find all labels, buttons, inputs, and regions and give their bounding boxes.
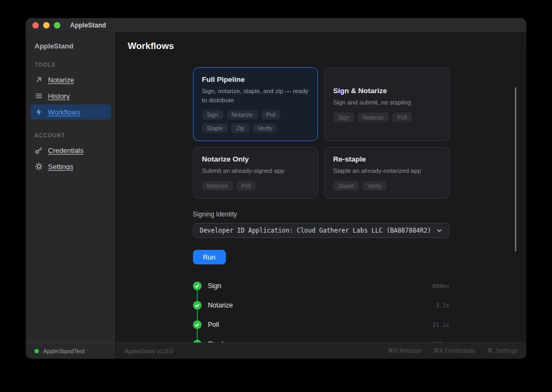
sidebar-item-label: Notarize bbox=[48, 76, 74, 84]
card-title: Full Pipeline bbox=[202, 75, 309, 83]
workflow-card-sign-notarize[interactable]: Sign & Notarize Sign and submit, no stap… bbox=[324, 67, 450, 141]
shortcut-notarize: ⌘N Notarize bbox=[388, 347, 422, 354]
sidebar-app-name: AppleStand bbox=[26, 32, 115, 50]
main-panel: Workflows Full Pipeline Sign, notarize, … bbox=[116, 32, 526, 359]
app-window: AppleStand AppleStand TOOLS Notarize His… bbox=[26, 18, 526, 359]
step-label: Staple bbox=[208, 340, 227, 342]
step-chip: Zip bbox=[231, 123, 249, 133]
chevron-down-icon bbox=[436, 227, 443, 234]
card-title: Re-staple bbox=[333, 155, 440, 163]
step-chip: Poll bbox=[237, 181, 256, 191]
titlebar: AppleStand bbox=[26, 18, 526, 32]
card-description: Sign, notarize, staple, and zip — ready … bbox=[202, 87, 309, 104]
timeline-rail bbox=[197, 286, 198, 342]
shortcut-hints: ⌘N Notarize ⌘K Credentials ⌘, Settings bbox=[388, 347, 518, 354]
step-chip: Poll bbox=[261, 110, 281, 120]
sidebar-item-label: Settings bbox=[48, 163, 73, 171]
step-label: Notarize bbox=[208, 302, 233, 309]
check-circle-icon bbox=[193, 301, 202, 310]
profile-status-label: AppleStandTest bbox=[43, 348, 85, 354]
card-step-chips: Staple Verify bbox=[333, 181, 440, 191]
traffic-lights bbox=[32, 22, 60, 29]
step-row-poll: Poll 31.1s bbox=[193, 319, 450, 330]
arrow-up-right-icon bbox=[34, 75, 43, 84]
shortcut-credentials: ⌘K Credentials bbox=[433, 347, 475, 354]
shortcut-settings: ⌘, Settings bbox=[487, 347, 518, 354]
sidebar-item-label: Credentials bbox=[48, 146, 84, 155]
check-circle-icon bbox=[193, 320, 202, 329]
app-version-label: AppleStand v1.0.0 bbox=[125, 348, 173, 354]
sidebar-item-history[interactable]: History bbox=[30, 88, 111, 103]
step-label: Sign bbox=[208, 282, 222, 290]
minimize-button[interactable] bbox=[43, 22, 50, 29]
close-button[interactable] bbox=[32, 22, 39, 29]
step-chip: Sign bbox=[202, 110, 223, 120]
card-title: Sign & Notarize bbox=[333, 87, 440, 95]
step-duration: 31.1s bbox=[432, 321, 450, 328]
step-row-notarize: Notarize 3.2s bbox=[193, 300, 450, 311]
step-chip: Staple bbox=[202, 123, 228, 133]
page-title: Workflows bbox=[116, 32, 526, 52]
gear-icon bbox=[34, 162, 43, 171]
card-description: Submit an already-signed app bbox=[202, 166, 309, 176]
section-label-account: ACCOUNT bbox=[26, 132, 115, 142]
card-title: Notarize Only bbox=[202, 155, 309, 163]
signing-identity-value: Developer ID Application: Cloud Gatherer… bbox=[200, 227, 436, 234]
step-chip: Sign bbox=[333, 113, 354, 122]
step-chip: Notarize bbox=[358, 113, 389, 122]
card-step-chips: Sign Notarize Poll bbox=[333, 113, 440, 122]
sidebar-footer: AppleStandTest bbox=[26, 342, 115, 359]
workflow-cards-grid: Full Pipeline Sign, notarize, staple, an… bbox=[193, 67, 450, 199]
sidebar-item-workflows[interactable]: Workflows bbox=[30, 104, 111, 120]
check-circle-icon bbox=[193, 340, 202, 342]
step-chip: Staple bbox=[333, 181, 359, 191]
step-label: Poll bbox=[208, 321, 219, 328]
bolt-icon bbox=[34, 108, 43, 116]
signing-identity-label: Signing Identity bbox=[193, 211, 450, 218]
section-label-tools: TOOLS bbox=[26, 62, 115, 71]
card-description: Staple an already-notarized app bbox=[333, 166, 440, 176]
sidebar-item-label: History bbox=[48, 92, 70, 100]
sidebar-item-label: Workflows bbox=[48, 108, 80, 116]
sidebar-item-credentials[interactable]: Credentials bbox=[30, 143, 111, 158]
workflow-card-re-staple[interactable]: Re-staple Staple an already-notarized ap… bbox=[324, 147, 450, 199]
sidebar-section-tools: TOOLS Notarize History bbox=[26, 62, 115, 121]
step-chip: Notarize bbox=[227, 110, 258, 120]
statusbar: AppleStand v1.0.0 ⌘N Notarize ⌘K Credent… bbox=[116, 342, 526, 359]
sidebar-section-account: ACCOUNT Credentials Settings bbox=[26, 132, 115, 175]
step-row-sign: Sign 808ms bbox=[193, 281, 450, 291]
run-button[interactable]: Run bbox=[193, 250, 226, 264]
step-chip: Poll bbox=[392, 113, 412, 122]
key-icon bbox=[34, 146, 43, 155]
check-circle-icon bbox=[193, 282, 202, 290]
list-icon bbox=[34, 92, 43, 100]
card-step-chips: Notarize Poll bbox=[202, 181, 309, 191]
workflow-steps-timeline: Sign 808ms Notarize 3.2s bbox=[193, 281, 450, 342]
step-duration: 525ms bbox=[432, 341, 450, 342]
step-duration: 808ms bbox=[432, 283, 450, 289]
step-duration: 3.2s bbox=[436, 302, 449, 309]
card-step-chips: Sign Notarize Poll Staple Zip Verify bbox=[202, 110, 309, 133]
step-chip: Verify bbox=[363, 181, 387, 191]
sidebar: AppleStand TOOLS Notarize History bbox=[26, 32, 116, 359]
sidebar-item-notarize[interactable]: Notarize bbox=[30, 72, 111, 87]
signing-identity-select[interactable]: Developer ID Application: Cloud Gatherer… bbox=[193, 223, 450, 238]
workflow-card-full-pipeline[interactable]: Full Pipeline Sign, notarize, staple, an… bbox=[193, 67, 319, 141]
card-description: Sign and submit, no stapling bbox=[333, 98, 440, 107]
workflow-card-notarize-only[interactable]: Notarize Only Submit an already-signed a… bbox=[193, 147, 319, 199]
step-chip: Notarize bbox=[202, 181, 233, 191]
window-title: AppleStand bbox=[70, 22, 106, 29]
workflows-scroll-area: Workflows Full Pipeline Sign, notarize, … bbox=[116, 32, 526, 342]
status-dot-icon bbox=[34, 349, 39, 353]
vertical-scrollbar[interactable] bbox=[515, 87, 516, 251]
zoom-button[interactable] bbox=[54, 22, 60, 29]
sidebar-item-settings[interactable]: Settings bbox=[30, 159, 111, 174]
step-chip: Verify bbox=[253, 123, 277, 133]
step-row-staple: Staple 525ms bbox=[193, 339, 450, 342]
